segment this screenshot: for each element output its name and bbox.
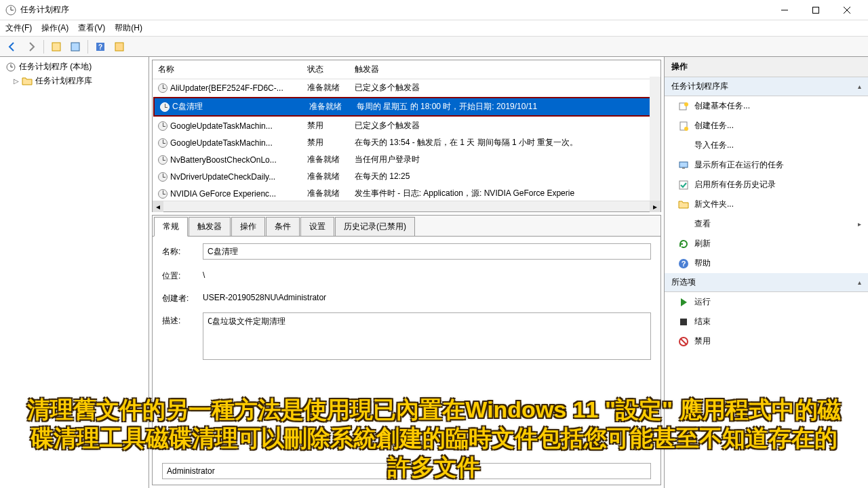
- creator-label: 创建者:: [162, 290, 203, 304]
- action-item[interactable]: 导入任务...: [665, 136, 868, 155]
- tree-root[interactable]: 任务计划程序 (本地): [3, 60, 146, 74]
- task-name: GoogleUpdateTaskMachin...: [170, 138, 273, 148]
- window-title: 任务计划程序: [20, 4, 769, 16]
- action-label: 禁用: [694, 336, 861, 347]
- h-scrollbar[interactable]: ◂ ▸: [153, 201, 660, 211]
- user-input[interactable]: [162, 463, 651, 479]
- tab-general-content: 名称: 位置: \ 创建者: USER-20190528NU\Administr…: [153, 237, 660, 485]
- tree-root-label: 任务计划程序 (本地): [19, 61, 92, 73]
- action-label: 导入任务...: [694, 140, 861, 151]
- task-row[interactable]: NvDriverUpdateCheckDaily...准备就绪在每天的 12:2…: [153, 168, 660, 185]
- action-item[interactable]: 结束: [665, 312, 868, 331]
- task-status: 禁用: [302, 136, 349, 149]
- clock-icon: [158, 155, 167, 165]
- tab[interactable]: 条件: [266, 217, 300, 236]
- toolbar: ?: [0, 37, 868, 57]
- toolbar-btn-2[interactable]: [67, 39, 83, 55]
- action-item[interactable]: 显示所有正在运行的任务: [665, 155, 868, 175]
- toolbar-btn-1[interactable]: [48, 39, 64, 55]
- tab[interactable]: 操作: [231, 217, 265, 236]
- menu-view[interactable]: 查看(V): [78, 22, 105, 34]
- task-row[interactable]: C盘清理准备就绪每周的 星期五 的 18:00 时，开始日期: 2019/10/…: [153, 97, 660, 117]
- action-label: 帮助: [694, 258, 861, 269]
- svg-rect-11: [115, 43, 123, 51]
- close-button[interactable]: [831, 0, 863, 20]
- svg-rect-7: [52, 43, 60, 51]
- chevron-right-icon: ▸: [858, 220, 861, 228]
- blank-icon: [678, 140, 689, 151]
- wizard-icon: [678, 101, 689, 112]
- action-label: 创建基本任务...: [694, 100, 861, 112]
- forward-button[interactable]: [23, 39, 39, 55]
- task-trigger: 每周的 星期五 的 18:00 时，开始日期: 2019/10/11: [351, 100, 658, 113]
- action-item[interactable]: 新文件夹...: [665, 195, 868, 214]
- task-name: NvBatteryBoostCheckOnLo...: [170, 155, 277, 165]
- tab[interactable]: 设置: [300, 217, 334, 236]
- task-row[interactable]: NVIDIA GeForce Experienc...准备就绪发生事件时 - 日…: [153, 185, 660, 201]
- action-item[interactable]: ?帮助: [665, 253, 868, 273]
- end-icon: [678, 317, 689, 327]
- col-header-name[interactable]: 名称: [153, 62, 302, 77]
- task-status: 准备就绪: [302, 153, 349, 166]
- folder-icon: [22, 76, 33, 87]
- action-item[interactable]: 创建任务...: [665, 116, 868, 136]
- chevron-up-icon: ▴: [858, 279, 861, 286]
- actions-section-selected[interactable]: 所选项 ▴: [665, 273, 868, 292]
- svg-line-26: [681, 339, 686, 344]
- run-icon: [678, 297, 689, 308]
- task-row[interactable]: GoogleUpdateTaskMachin...禁用在每天的 13:54 - …: [153, 134, 660, 151]
- tree-child-label: 任务计划程序库: [35, 75, 92, 87]
- action-item[interactable]: 刷新: [665, 234, 868, 253]
- tree-child[interactable]: ▷ 任务计划程序库: [3, 74, 146, 88]
- menu-file[interactable]: 文件(F): [5, 22, 32, 34]
- action-item[interactable]: 运行: [665, 292, 868, 312]
- task-row[interactable]: AliUpdater{BEF2524F-FD6C-...准备就绪已定义多个触发器: [153, 79, 660, 96]
- location-value: \: [203, 268, 205, 280]
- action-item[interactable]: 禁用: [665, 331, 868, 351]
- menu-action[interactable]: 操作(A): [41, 22, 68, 34]
- task-trigger: 在每天的 12:25: [349, 170, 660, 183]
- back-button[interactable]: [4, 39, 20, 55]
- task-list-header: 名称 状态 触发器: [153, 60, 660, 79]
- tab[interactable]: 历史记录(已禁用): [335, 217, 415, 236]
- app-icon: [5, 5, 16, 16]
- menu-bar: 文件(F) 操作(A) 查看(V) 帮助(H): [0, 20, 868, 37]
- task-row[interactable]: NvBatteryBoostCheckOnLo...准备就绪当任何用户登录时: [153, 151, 660, 168]
- menu-help[interactable]: 帮助(H): [115, 22, 142, 34]
- name-input[interactable]: [203, 243, 651, 260]
- refresh-icon: [678, 239, 689, 249]
- creator-value: USER-20190528NU\Administrator: [203, 290, 326, 302]
- tab[interactable]: 常规: [154, 217, 188, 237]
- v-scrollbar[interactable]: [650, 77, 660, 201]
- actions-section-library[interactable]: 任务计划程序库 ▴: [665, 77, 868, 96]
- col-header-status[interactable]: 状态: [302, 62, 349, 77]
- task-name: NVIDIA GeForce Experienc...: [170, 189, 276, 199]
- task-name: NvDriverUpdateCheckDaily...: [170, 172, 275, 182]
- action-item[interactable]: 启用所有任务历史记录: [665, 175, 868, 195]
- svg-point-16: [684, 102, 688, 106]
- task-trigger: 当任何用户登录时: [349, 153, 660, 166]
- tab[interactable]: 触发器: [189, 217, 231, 236]
- task-row[interactable]: GoogleUpdateTaskMachin...禁用已定义多个触发器: [153, 117, 660, 134]
- task-status: 准备就绪: [302, 187, 349, 200]
- action-label: 查看: [694, 218, 852, 230]
- action-item[interactable]: 查看▸: [665, 214, 868, 234]
- toolbar-help-button[interactable]: ?: [92, 39, 108, 55]
- task-trigger: 发生事件时 - 日志: Application，源: NVIDIA GeForc…: [349, 187, 660, 200]
- col-header-trigger[interactable]: 触发器: [349, 62, 660, 77]
- chevron-up-icon: ▴: [858, 83, 861, 90]
- task-status: 准备就绪: [302, 81, 349, 94]
- minimize-button[interactable]: [769, 0, 800, 20]
- action-item[interactable]: 创建基本任务...: [665, 96, 868, 116]
- desc-textarea[interactable]: C盘垃圾文件定期清理: [203, 312, 651, 360]
- task-icon: [678, 121, 689, 131]
- toolbar-btn-4[interactable]: [111, 39, 127, 55]
- clock-icon: [5, 62, 16, 73]
- task-name: C盘清理: [172, 101, 203, 113]
- enable-icon: [678, 180, 689, 190]
- tree-panel: 任务计划程序 (本地) ▷ 任务计划程序库: [0, 57, 149, 488]
- svg-rect-4: [813, 7, 819, 13]
- svg-rect-24: [680, 319, 687, 325]
- name-label: 名称:: [162, 243, 203, 258]
- maximize-button[interactable]: [800, 0, 831, 20]
